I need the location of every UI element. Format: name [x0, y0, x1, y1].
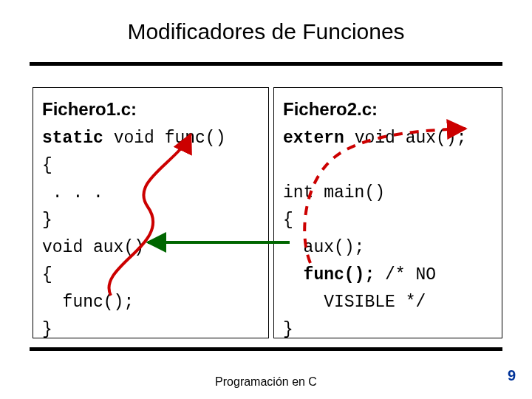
file2-l3: int main() — [283, 183, 385, 202]
file2-l6c: /* NO — [375, 265, 436, 284]
file2-l1b: void aux(); — [344, 129, 467, 148]
file2-l6b: func(); — [304, 265, 375, 284]
kw-extern: extern — [283, 129, 344, 148]
page-number: 9 — [508, 367, 516, 384]
rule-top — [30, 62, 502, 66]
file1-l2: { — [42, 156, 52, 175]
file2-header: Fichero2.c: — [283, 99, 378, 119]
filebox-fichero1: Fichero1.c: static void func() { . . . }… — [33, 87, 269, 338]
code-left: Fichero1.c: static void func() { . . . }… — [42, 95, 259, 344]
file1-l3: . . . — [42, 183, 103, 202]
footer: Programación en C — [0, 375, 532, 389]
file1-l5: void aux() — [42, 238, 144, 257]
file1-l7: func(); — [42, 293, 134, 312]
code-right: Fichero2.c: extern void aux(); int main(… — [283, 95, 493, 344]
kw-static: static — [42, 129, 103, 148]
file1-header: Fichero1.c: — [42, 99, 137, 119]
file2-l7: VISIBLE */ — [283, 293, 426, 312]
title: Modificadores de Funciones — [0, 19, 532, 44]
file1-l6: { — [42, 265, 52, 284]
file2-l4: { — [283, 211, 293, 230]
file2-l6a — [283, 265, 304, 284]
file1-l8: } — [42, 320, 52, 339]
slide: Modificadores de Funciones Fichero1.c: s… — [0, 0, 532, 399]
rule-bottom — [30, 347, 502, 351]
file2-l8: } — [283, 320, 293, 339]
file2-l5: aux(); — [283, 238, 364, 257]
file1-l1b: void func() — [103, 129, 226, 148]
file1-l4: } — [42, 211, 52, 230]
filebox-fichero2: Fichero2.c: extern void aux(); int main(… — [273, 87, 502, 338]
